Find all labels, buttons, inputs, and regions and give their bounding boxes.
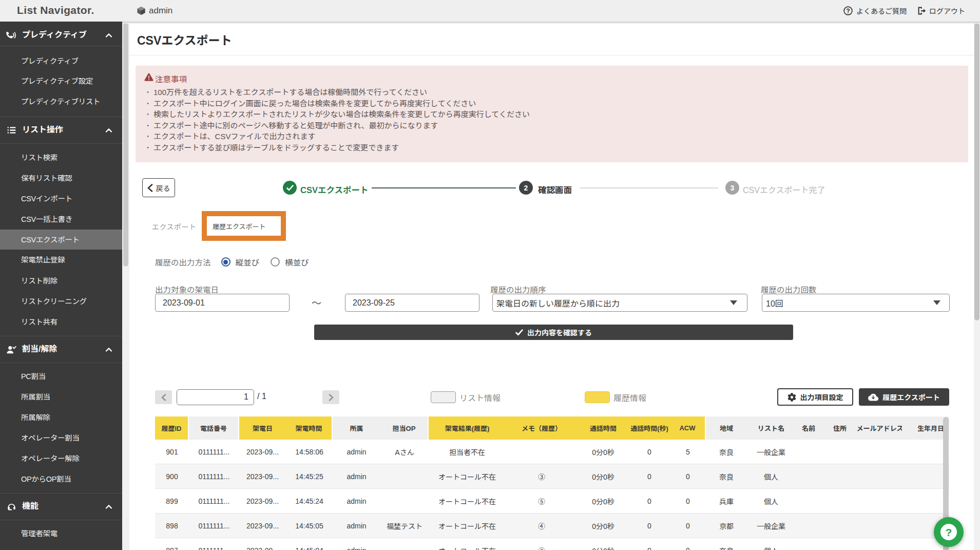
svg-text:?: ? (946, 526, 952, 538)
